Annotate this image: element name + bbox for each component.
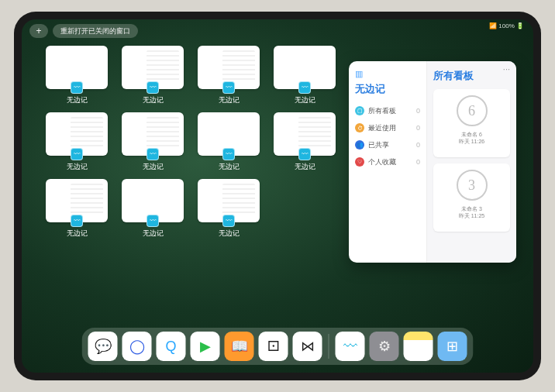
window-thumb[interactable]: 〰 无边记 (271, 46, 338, 106)
window-preview: 〰 (198, 112, 260, 156)
dock: 💬◯Q▶📖⚀⋈〰⚙⊞ (82, 328, 474, 365)
window-label: 无边记 (143, 229, 164, 239)
board-meta: 未命名 6昨天 11:26 (459, 131, 484, 145)
popover-sidebar: ▥ 无边记 ▢ 所有看板 0 ⏱ 最近使用 0 👥 已共享 0 ♡ 个人收藏 0 (349, 61, 426, 263)
dock-divider (329, 334, 329, 359)
window-preview: 〰 (46, 46, 108, 89)
sidebar-item[interactable]: ♡ 个人收藏 0 (355, 153, 420, 170)
sidebar-icon: ▥ (355, 69, 420, 79)
window-preview: 〰 (122, 46, 184, 89)
freeform-icon: 〰 (147, 148, 159, 160)
freeform-icon: 〰 (298, 148, 311, 160)
window-label: 无边记 (143, 162, 164, 172)
window-thumb[interactable]: 〰 无边记 (271, 112, 338, 173)
apps-icon[interactable]: ⊞ (438, 332, 467, 361)
sidebar-item-label: 已共享 (368, 140, 389, 150)
freeform-popover: ··· ▥ 无边记 ▢ 所有看板 0 ⏱ 最近使用 0 👥 已共享 0 ♡ 个人… (349, 61, 516, 263)
window-label: 无边记 (67, 229, 88, 239)
sidebar-item-label: 所有看板 (368, 106, 396, 116)
board-meta: 未命名 3昨天 11:25 (459, 205, 484, 219)
board-card[interactable]: 6 未命名 6昨天 11:26 (433, 89, 510, 157)
status-bar: 📶 100% 🔋 (489, 22, 524, 29)
window-preview: 〰 (198, 46, 260, 89)
browser1-icon[interactable]: ◯ (122, 332, 152, 361)
sidebar-item-icon: ⏱ (355, 123, 364, 132)
window-thumb[interactable]: 〰 无边记 (119, 112, 186, 173)
window-preview: 〰 (274, 112, 336, 156)
connect-icon[interactable]: ⋈ (293, 332, 322, 361)
window-expose-grid: 〰 无边记 〰 无边记 〰 无边记 〰 无边记 〰 无边记 〰 无边记 〰 无边… (43, 46, 338, 239)
popover-main: 所有看板 6 未命名 6昨天 11:26 3 未命名 3昨天 11:25 (426, 61, 516, 263)
notes-icon[interactable] (404, 332, 433, 361)
freeform-icon: 〰 (222, 215, 235, 227)
board-card[interactable]: 3 未命名 3昨天 11:25 (433, 163, 510, 232)
popover-title: 无边记 (355, 82, 420, 96)
freeform-icon: 〰 (222, 148, 235, 160)
sidebar-item-icon: ♡ (355, 157, 364, 167)
sidebar-item-icon: ▢ (355, 106, 364, 115)
sidebar-item-icon: 👥 (355, 140, 364, 150)
window-thumb[interactable]: 〰 无边记 (43, 112, 110, 173)
window-label: 无边记 (67, 95, 88, 105)
popover-more-button[interactable]: ··· (503, 64, 510, 74)
window-label: 无边记 (295, 95, 315, 105)
freeform-icon[interactable]: 〰 (336, 332, 365, 361)
screen: + 重新打开已关闭的窗口 📶 100% 🔋 〰 无边记 〰 无边记 〰 无边记 … (22, 19, 533, 373)
sidebar-item-count: 0 (416, 158, 420, 166)
settings-icon[interactable]: ⚙ (370, 332, 399, 361)
window-label: 无边记 (219, 95, 240, 105)
reopen-closed-window-button[interactable]: 重新打开已关闭的窗口 (53, 24, 138, 38)
freeform-icon: 〰 (71, 148, 83, 160)
sidebar-item-label: 个人收藏 (368, 157, 396, 167)
sidebar-item-count: 0 (416, 124, 420, 132)
wechat-icon[interactable]: 💬 (88, 332, 118, 361)
sidebar-item[interactable]: ⏱ 最近使用 0 (355, 119, 420, 136)
ipad-frame: + 重新打开已关闭的窗口 📶 100% 🔋 〰 无边记 〰 无边记 〰 无边记 … (14, 12, 541, 380)
sidebar-item[interactable]: ▢ 所有看板 0 (355, 102, 420, 119)
books-icon[interactable]: 📖 (225, 332, 254, 361)
window-preview: 〰 (122, 179, 184, 222)
board-thumbnail: 6 (457, 95, 488, 126)
topbar: + 重新打开已关闭的窗口 (29, 24, 138, 38)
freeform-icon: 〰 (147, 81, 159, 94)
window-thumb[interactable]: 〰 无边记 (43, 46, 110, 106)
play-icon[interactable]: ▶ (191, 332, 220, 361)
sidebar-item-count: 0 (416, 107, 420, 115)
window-label: 无边记 (143, 95, 164, 105)
window-preview: 〰 (274, 46, 336, 89)
window-preview: 〰 (198, 179, 260, 222)
window-thumb[interactable]: 〰 无边记 (195, 179, 262, 239)
freeform-icon: 〰 (147, 215, 159, 227)
window-preview: 〰 (122, 112, 184, 156)
window-label: 无边记 (219, 162, 240, 172)
window-thumb[interactable]: 〰 无边记 (119, 179, 186, 239)
freeform-icon: 〰 (71, 81, 83, 94)
window-label: 无边记 (67, 162, 88, 172)
sidebar-item[interactable]: 👥 已共享 0 (355, 136, 420, 153)
sidebar-item-label: 最近使用 (368, 123, 396, 133)
popover-right-title: 所有看板 (433, 69, 510, 83)
window-label: 无边记 (295, 162, 315, 172)
window-label: 无边记 (219, 229, 240, 239)
dice-icon[interactable]: ⚀ (259, 332, 288, 361)
freeform-icon: 〰 (298, 81, 311, 94)
window-preview: 〰 (46, 112, 108, 156)
window-preview: 〰 (46, 179, 108, 222)
window-thumb[interactable]: 〰 无边记 (43, 179, 110, 239)
board-thumbnail: 3 (457, 170, 488, 201)
quark-icon[interactable]: Q (157, 332, 186, 361)
window-thumb[interactable]: 〰 无边记 (195, 46, 262, 106)
sidebar-item-count: 0 (416, 141, 420, 149)
new-window-button[interactable]: + (29, 24, 48, 38)
freeform-icon: 〰 (71, 215, 83, 227)
freeform-icon: 〰 (222, 81, 235, 94)
window-thumb[interactable]: 〰 无边记 (119, 46, 186, 106)
window-thumb[interactable]: 〰 无边记 (195, 112, 262, 173)
